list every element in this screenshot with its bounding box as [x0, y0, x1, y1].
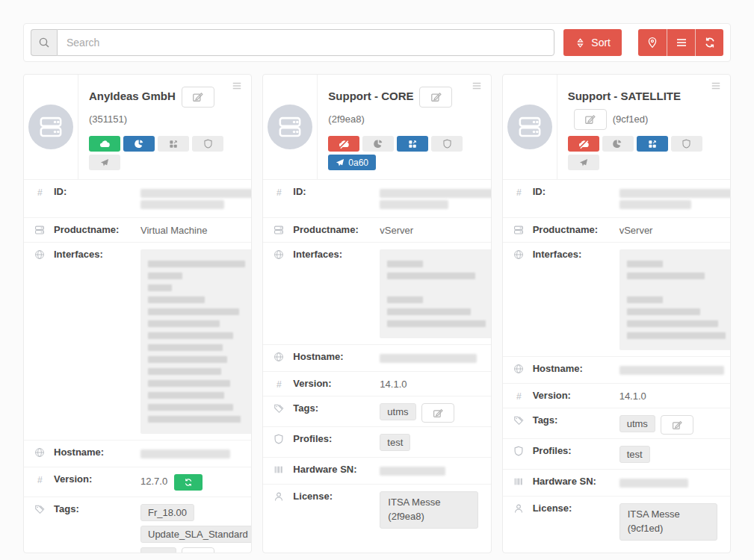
redacted-value: [619, 186, 731, 211]
edit-title-button[interactable]: [574, 109, 607, 130]
globe-icon: [34, 249, 47, 260]
row-id: ID:: [263, 179, 490, 217]
menu-button[interactable]: [667, 29, 695, 56]
row-profiles: Profiles: test: [503, 438, 730, 469]
barcode-icon: [274, 464, 286, 475]
edit-tags-button[interactable]: [182, 547, 214, 553]
card-menu-icon[interactable]: [230, 81, 244, 91]
profile-chip: test: [619, 446, 650, 463]
card-menu-icon[interactable]: [470, 81, 483, 91]
refresh-button[interactable]: [695, 29, 723, 56]
row-license: License: ITSA Messe (9cf1ed): [503, 496, 730, 551]
edit-tags-button[interactable]: [661, 415, 693, 435]
refresh-arrows-icon: [704, 37, 716, 49]
location-pin-button[interactable]: [638, 29, 667, 56]
edit-title-button[interactable]: [182, 87, 214, 108]
server-icon: [513, 225, 526, 235]
hash-icon: [513, 187, 526, 198]
cloud-slash-badge[interactable]: [328, 136, 359, 152]
pie-chart-badge[interactable]: [123, 136, 155, 152]
location-pin-icon: [646, 37, 658, 49]
card-id-suffix: (2f9ea8): [328, 113, 364, 125]
redacted-value: [140, 249, 252, 434]
card-title: Support - CORE: [328, 90, 413, 102]
row-tags: Tags: Fr_18.00 Update_SLA_Standard utms: [24, 497, 251, 553]
hash-icon: [34, 187, 47, 198]
card-title: Support - SATELLITE: [568, 90, 681, 102]
row-version: Version: 14.1.0: [263, 371, 490, 396]
paper-plane-badge[interactable]: [89, 155, 120, 170]
card-title: AnyIdeas GmbH: [89, 90, 176, 102]
row-profiles: Profiles: test: [263, 426, 490, 457]
row-productname: Productname: vServer: [503, 217, 730, 242]
cluster-badge[interactable]: [397, 136, 428, 152]
cluster-badge[interactable]: [158, 136, 189, 152]
redacted-value: [619, 476, 723, 490]
shield-badge[interactable]: [431, 136, 463, 152]
globe-icon: [513, 249, 526, 260]
pie-chart-badge[interactable]: [362, 136, 394, 152]
row-version: Version: 14.1.0: [503, 383, 730, 408]
shield-badge[interactable]: [671, 136, 702, 152]
server-icon: [274, 225, 286, 235]
globe-icon: [34, 447, 47, 458]
server-icon: [34, 225, 47, 235]
search-group: [31, 29, 554, 56]
productname-value: Virtual Machine: [140, 224, 244, 236]
row-license: License: ITSA Messe (2f9ea8): [263, 484, 490, 539]
status-badges: 0a60: [328, 136, 471, 170]
card-id-suffix: (9cf1ed): [613, 113, 649, 125]
device-card-support-core: Support - CORE(2f9ea8) 0a60 ID: Productn…: [262, 74, 491, 553]
paper-plane-badge[interactable]: [568, 155, 599, 170]
profile-chip: test: [380, 434, 410, 451]
tag-chip: Update_SLA_Standard: [140, 526, 252, 543]
row-hostname: Hostname:: [263, 344, 490, 371]
card-header: Support - CORE(2f9ea8) 0a60: [263, 75, 490, 179]
row-id: ID:: [503, 179, 730, 217]
hash-icon: [274, 379, 286, 390]
edit-title-button[interactable]: [419, 87, 452, 108]
version-refresh-button[interactable]: [174, 474, 203, 491]
hash-icon: [34, 474, 47, 485]
card-menu-icon[interactable]: [709, 81, 723, 91]
row-tags: Tags: utms: [263, 396, 490, 426]
productname-value: vServer: [380, 224, 483, 236]
tag-chip: utms: [140, 547, 176, 553]
tags-icon: [513, 415, 526, 426]
version-value: 14.1.0: [619, 390, 723, 402]
globe-icon: [274, 352, 286, 362]
globe-icon: [513, 364, 526, 374]
shield-icon: [513, 446, 526, 456]
hash-icon: [274, 187, 286, 198]
toolbar-button-group: [638, 29, 723, 56]
cloud-slash-badge[interactable]: [568, 136, 599, 152]
row-productname: Productname: vServer: [263, 217, 490, 242]
edit-tags-button[interactable]: [421, 403, 454, 423]
productname-value: vServer: [619, 224, 723, 236]
toolbar: Sort: [23, 23, 731, 62]
row-hostname: Hostname:: [24, 440, 251, 467]
version-value: 12.7.0: [140, 473, 244, 491]
redacted-value: [380, 249, 491, 338]
redacted-value: [140, 186, 252, 211]
paper-plane-badge[interactable]: 0a60: [328, 155, 376, 170]
row-version: Version: 12.7.0: [24, 467, 251, 497]
card-header: AnyIdeas GmbH(351151): [24, 75, 251, 179]
user-icon: [513, 503, 526, 514]
tag-chip: utms: [380, 403, 415, 420]
hash-icon: [513, 391, 526, 402]
tags-icon: [34, 504, 47, 514]
shield-badge[interactable]: [192, 136, 223, 152]
redacted-value: [380, 351, 483, 365]
sort-button[interactable]: Sort: [563, 29, 622, 56]
cluster-badge[interactable]: [637, 136, 668, 152]
redacted-value: [140, 447, 244, 461]
row-interfaces: Interfaces:: [263, 242, 490, 344]
device-card-support-satellite: Support - SATELLITE(9cf1ed) ID: Productn…: [502, 74, 731, 553]
search-icon: [31, 29, 57, 56]
cloud-badge[interactable]: [89, 136, 120, 152]
pie-chart-badge[interactable]: [602, 136, 634, 152]
row-hardware-sn: Hardware SN:: [503, 469, 730, 496]
search-input[interactable]: [57, 29, 554, 56]
row-hostname: Hostname:: [503, 356, 730, 383]
